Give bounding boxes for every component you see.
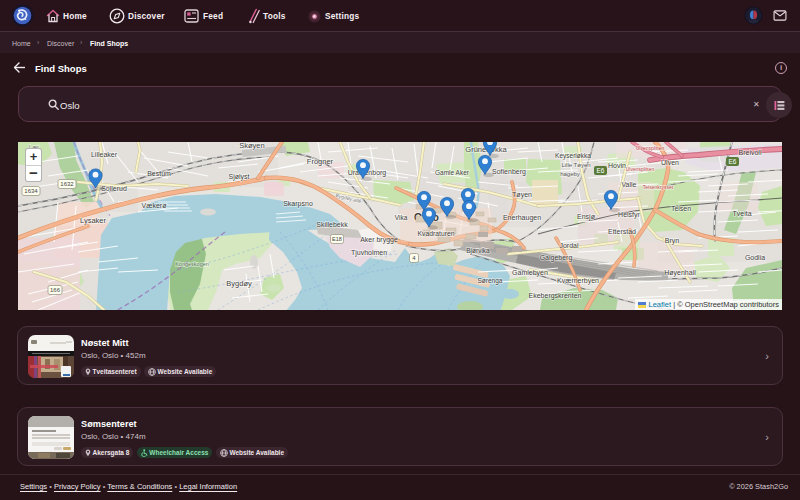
svg-text:Ulven: Ulven <box>661 159 679 166</box>
svg-text:Hovin: Hovin <box>608 162 626 169</box>
svg-text:hageby: hageby <box>560 171 580 177</box>
svg-text:Teisenkrysset: Teisenkrysset <box>643 184 674 190</box>
svg-text:Bestum: Bestum <box>147 170 171 177</box>
svg-text:Frogner: Frogner <box>307 157 334 166</box>
svg-text:Gamlebyen: Gamlebyen <box>512 269 548 277</box>
svg-text:Kvadraturen: Kvadraturen <box>417 230 454 237</box>
svg-text:Sofienberg: Sofienberg <box>492 168 526 176</box>
svg-text:Ensjø: Ensjø <box>577 213 596 221</box>
svg-text:Breivoll: Breivoll <box>739 149 762 156</box>
svg-text:Sollerud: Sollerud <box>101 185 127 192</box>
svg-text:E6: E6 <box>729 158 737 165</box>
svg-text:Kværnerbyen: Kværnerbyen <box>557 277 599 285</box>
svg-text:Kongeskogen: Kongeskogen <box>175 261 209 267</box>
svg-text:Ekebergskrenten: Ekebergskrenten <box>529 292 582 300</box>
svg-text:Bygdøy: Bygdøy <box>226 279 252 288</box>
svg-text:Bjørvika: Bjørvika <box>466 247 490 255</box>
svg-text:Ulvensplitten: Ulvensplitten <box>626 166 655 172</box>
svg-text:Vika: Vika <box>395 214 408 221</box>
svg-text:Bryn: Bryn <box>665 237 680 245</box>
svg-text:Teisen: Teisen <box>671 205 691 212</box>
svg-text:Skarpsno: Skarpsno <box>283 200 313 208</box>
svg-text:Vækerø: Vækerø <box>142 202 168 209</box>
svg-text:Lille Tøyen: Lille Tøyen <box>561 162 590 168</box>
svg-text:Galgeberg: Galgeberg <box>540 254 573 262</box>
svg-text:Sørenga: Sørenga <box>478 277 503 285</box>
svg-text:Etterstad: Etterstad <box>608 228 636 235</box>
svg-text:Sjølyst: Sjølyst <box>229 173 250 181</box>
svg-text:Tjuvholmen: Tjuvholmen <box>351 249 387 257</box>
svg-text:Keyserløkka: Keyserløkka <box>555 152 591 160</box>
svg-text:Gamle Aker: Gamle Aker <box>435 169 470 176</box>
svg-text:1632: 1632 <box>60 181 74 187</box>
svg-text:Aker brygge: Aker brygge <box>360 236 398 244</box>
svg-text:Tveita: Tveita <box>732 210 751 217</box>
svg-text:Ulvensplitten: Ulvensplitten <box>636 145 665 151</box>
svg-text:Høyenhall: Høyenhall <box>664 269 696 277</box>
svg-text:Lysaker: Lysaker <box>80 216 106 225</box>
svg-text:1634: 1634 <box>24 188 38 194</box>
svg-text:Helsfyr: Helsfyr <box>618 211 640 219</box>
svg-text:Jordal: Jordal <box>559 242 579 249</box>
svg-text:Lilleaker: Lilleaker <box>91 151 118 158</box>
svg-text:Enerhaugen: Enerhaugen <box>503 214 541 222</box>
svg-text:Skøyen: Skøyen <box>239 142 264 150</box>
svg-text:166: 166 <box>50 287 61 293</box>
svg-text:Godlia: Godlia <box>745 254 765 261</box>
svg-text:Skillebekk: Skillebekk <box>316 221 348 228</box>
svg-text:E6: E6 <box>597 167 605 174</box>
svg-text:E18: E18 <box>332 236 342 242</box>
svg-text:Valle: Valle <box>621 181 636 188</box>
svg-text:Tøyen: Tøyen <box>512 191 532 199</box>
